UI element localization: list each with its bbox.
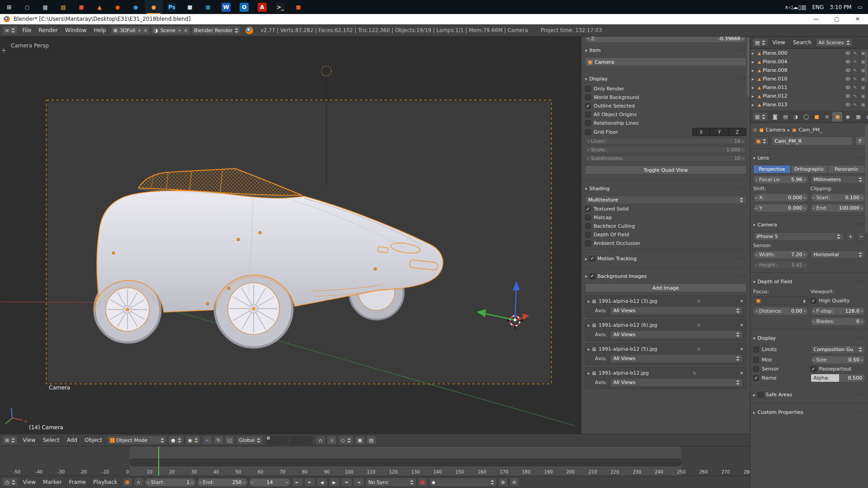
outliner-item[interactable]: ▲ Plane.012 ↖ ▣: [752, 92, 867, 100]
task-view-icon[interactable]: ▦: [36, 0, 54, 14]
panel-camera[interactable]: Camera: [753, 219, 865, 230]
location-z-field[interactable]: Z: -0.39666: [585, 37, 746, 43]
photoshop-icon[interactable]: Ps: [163, 0, 181, 14]
remove-image-button[interactable]: ✕: [740, 323, 744, 328]
editor-type-button[interactable]: ⊞: [2, 436, 18, 445]
checkbox[interactable]: [585, 86, 591, 92]
chevron-updown-icon[interactable]: ⇅: [697, 323, 701, 328]
layer-cell[interactable]: [290, 441, 294, 445]
alpha-slider[interactable]: Alpha:0.500: [811, 374, 866, 382]
checkbox[interactable]: [811, 366, 816, 372]
layer-cell[interactable]: [284, 441, 288, 445]
remove-preset-button[interactable]: −: [857, 232, 865, 241]
onedrive-icon[interactable]: ☁: [793, 4, 798, 10]
insert-keyframe-button[interactable]: ⊕: [498, 478, 508, 487]
tab-scene[interactable]: ◑: [791, 112, 801, 122]
layer-cell[interactable]: [308, 441, 312, 445]
outliner-item[interactable]: ▲ Plane.008 ↖ ▣: [752, 66, 867, 75]
remove-image-button[interactable]: ✕: [740, 299, 744, 304]
entry-expand-icon[interactable]: [588, 370, 590, 376]
timeline-menu-item[interactable]: View: [19, 479, 39, 485]
panel-background-images[interactable]: Background Images: [585, 271, 746, 282]
display-option-row[interactable]: Only Render: [585, 86, 746, 92]
viewport-shading-dropdown[interactable]: ●: [168, 436, 184, 445]
clip-end-field[interactable]: End:100.000: [811, 204, 866, 212]
checkbox[interactable]: [585, 206, 591, 212]
selectability-cursor-icon[interactable]: ↖: [851, 75, 859, 82]
checkbox[interactable]: [753, 357, 759, 363]
remove-image-button[interactable]: ✕: [740, 371, 744, 375]
camera-preset-dropdown[interactable]: iPhone 5: [753, 232, 844, 241]
chevron-updown-icon[interactable]: ⇅: [697, 299, 701, 304]
pushpin-icon[interactable]: ⊙: [753, 127, 757, 132]
entry-expand-icon[interactable]: [588, 298, 590, 304]
checkbox[interactable]: [585, 129, 591, 135]
visibility-eye-icon[interactable]: [844, 67, 851, 74]
checkbox[interactable]: [758, 392, 764, 398]
fake-user-button[interactable]: F: [855, 136, 865, 145]
jump-to-end-button[interactable]: ⇥: [353, 478, 364, 487]
next-keyframe-button[interactable]: ↠: [341, 478, 352, 487]
passepartout-row[interactable]: Passepartout: [811, 366, 866, 372]
axis-dropdown[interactable]: All Views: [610, 354, 743, 363]
lock-icon[interactable]: ∩: [134, 478, 144, 487]
composition-guides-dropdown[interactable]: Composition Gu: [811, 345, 866, 354]
layer-cell[interactable]: [304, 441, 308, 445]
language-indicator[interactable]: ENG: [812, 4, 824, 10]
shading-option-row[interactable]: Textured Solid: [585, 206, 746, 212]
focus-object-field[interactable]: ▣◗: [753, 296, 808, 305]
screen-layout-selector[interactable]: ⊞ 3DFull + ✕: [111, 26, 150, 35]
notification-icon[interactable]: ▭: [858, 4, 863, 10]
tab-render-layers[interactable]: ▤: [780, 112, 790, 122]
clip-start-field[interactable]: Start:0.100: [811, 193, 866, 202]
checkbox[interactable]: [585, 232, 591, 238]
tab-constraints[interactable]: ⊘: [822, 112, 832, 122]
panel-item[interactable]: Item: [585, 45, 746, 56]
app-gray-icon[interactable]: ■: [181, 0, 199, 14]
viewport-menu-item[interactable]: Add: [63, 437, 81, 443]
info-menu-item[interactable]: File: [19, 27, 35, 33]
fstop-field[interactable]: F-stop:128.0: [811, 307, 866, 315]
outliner-item[interactable]: ▲ Plane.011 ↖ ▣: [752, 83, 867, 92]
shading-option-row[interactable]: Matcap: [585, 215, 746, 221]
timeline-playhead[interactable]: [158, 446, 159, 476]
info-menu-item[interactable]: Render: [35, 27, 61, 33]
tab-object[interactable]: ■: [811, 112, 821, 122]
layer-cell[interactable]: [299, 436, 303, 440]
sync-dropdown[interactable]: No Sync: [366, 478, 416, 487]
timeline-menu-item[interactable]: Frame: [66, 479, 90, 485]
expand-icon[interactable]: [752, 85, 756, 90]
panel-custom-properties[interactable]: Custom Properties: [753, 407, 865, 418]
timeline-editor[interactable]: -50-40-30-20-100102030405060708090100110…: [0, 446, 750, 476]
blades-field[interactable]: Blades:0: [811, 317, 866, 326]
panel-shading[interactable]: Shading: [585, 183, 746, 194]
browser-blue-icon[interactable]: ●: [127, 0, 145, 14]
info-menu-item[interactable]: Window: [61, 27, 90, 33]
opengl-render-button[interactable]: ▣: [355, 436, 365, 445]
outliner-menu-view[interactable]: View: [769, 39, 788, 46]
play-reverse-button[interactable]: ◀: [316, 478, 328, 487]
transform-orientation-dropdown[interactable]: Global: [236, 436, 263, 445]
layer-cell[interactable]: [275, 436, 279, 440]
snap-magnet-button[interactable]: ∪: [327, 436, 337, 445]
preview-range-button[interactable]: [123, 478, 132, 487]
shift-y-field[interactable]: Y:0.000: [753, 204, 808, 212]
expand-icon[interactable]: [752, 60, 756, 64]
keying-set-dropdown[interactable]: ◆: [429, 478, 497, 487]
breadcrumb-object[interactable]: Camera: [766, 127, 785, 133]
data-name-field[interactable]: Cam_PM_R: [772, 136, 853, 145]
dof-distance-field[interactable]: Distance:0.00: [753, 307, 808, 315]
panel-safe-areas[interactable]: Safe Areas: [753, 389, 865, 400]
layer-cell[interactable]: [284, 436, 288, 440]
visibility-eye-icon[interactable]: [844, 84, 851, 91]
shading-mode-dropdown[interactable]: Multitexture: [585, 196, 746, 204]
checkbox[interactable]: [811, 298, 816, 304]
3d-viewport[interactable]: x Camera Persp Camera (14) Camera +: [0, 37, 581, 434]
layer-cell[interactable]: [280, 441, 284, 445]
tab-physics[interactable]: ◍: [863, 112, 868, 122]
app-teal-icon[interactable]: ■: [199, 0, 217, 14]
renderability-camera-icon[interactable]: ▣: [859, 93, 867, 99]
editor-type-button[interactable]: ≡: [2, 26, 18, 35]
outliner-scope-dropdown[interactable]: All Scenes: [816, 38, 852, 47]
eyedropper-icon[interactable]: ◗: [803, 299, 806, 303]
